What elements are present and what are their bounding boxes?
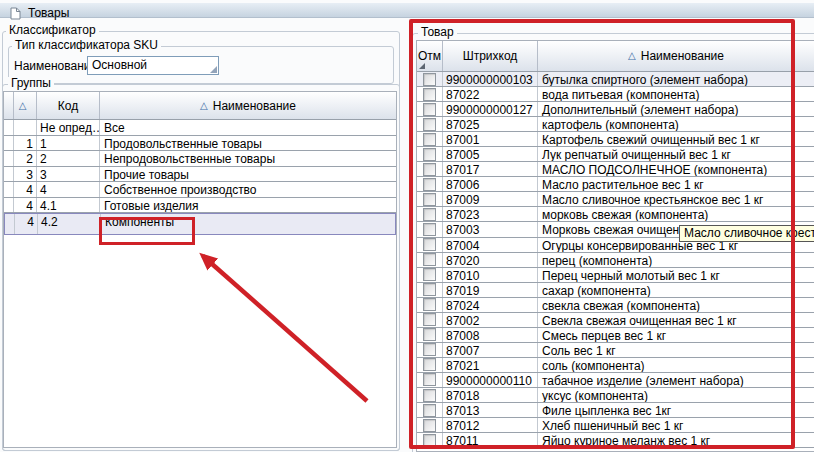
- app-window: Товары Классификатор Тип классификатора …: [0, 0, 814, 452]
- group-row-number: 4: [15, 214, 38, 234]
- document-icon: [10, 7, 21, 23]
- name-field-label: Наименование: [14, 59, 97, 73]
- group-row[interactable]: 2 2 Непродовольственные товары: [4, 151, 396, 167]
- group-row-number: 3: [14, 167, 37, 182]
- groups-header-sort[interactable]: △: [14, 92, 37, 119]
- groups-header-name[interactable]: △ Наименование: [100, 92, 396, 119]
- group-row-number: [14, 120, 37, 135]
- group-row-name: Все: [100, 120, 396, 135]
- group-row-number: 1: [14, 136, 37, 151]
- sort-asc-icon: △: [200, 101, 208, 111]
- sort-asc-icon: △: [19, 101, 27, 111]
- groups-table: △ Код △ Наименование Не опред… Все: [3, 91, 397, 448]
- annotation-rectangle-products: [409, 19, 795, 449]
- group-row-name: Продовольственные товары: [100, 136, 396, 151]
- group-row[interactable]: 3 3 Прочие товары: [4, 167, 396, 183]
- input-corner-grip-icon[interactable]: [210, 66, 217, 73]
- group-row-indicator: [4, 182, 14, 197]
- group-row[interactable]: 4 4.2 Компоненты: [4, 213, 396, 235]
- classifier-name-input[interactable]: Основной: [87, 56, 219, 75]
- tab-goods[interactable]: Товары: [28, 6, 69, 20]
- group-row[interactable]: 4 4.1 Готовые изделия: [4, 198, 396, 214]
- group-row-name: Непродовольственные товары: [100, 151, 396, 166]
- group-row-indicator: [4, 198, 14, 213]
- group-row-number: 4: [14, 198, 37, 213]
- group-row-code: Не опред…: [37, 120, 100, 135]
- group-row-code: 4.2: [38, 214, 101, 234]
- group-row-name: Готовые изделия: [100, 198, 396, 213]
- classifier-label: Классификатор: [6, 24, 99, 37]
- groups-header-name-label: Наименование: [213, 99, 296, 113]
- group-row-code: 4.1: [37, 198, 100, 213]
- group-row-code: 4: [37, 182, 100, 197]
- groups-header-indicator: [4, 92, 14, 119]
- group-row-code: 3: [37, 167, 100, 182]
- group-row-indicator: [4, 151, 14, 166]
- group-row-indicator: [4, 120, 14, 135]
- top-tab-bar: Товары: [0, 3, 814, 18]
- classifier-name-value: Основной: [92, 58, 147, 72]
- groups-header-code-label: Код: [58, 99, 78, 113]
- group-row-number: 2: [14, 151, 37, 166]
- group-row[interactable]: 1 1 Продовольственные товары: [4, 136, 396, 152]
- group-row-code: 1: [37, 136, 100, 151]
- groups-table-header: △ Код △ Наименование: [4, 92, 396, 120]
- group-row-indicator: [4, 136, 14, 151]
- group-row-number: 4: [14, 182, 37, 197]
- classifier-type-label: Тип классификатора SKU: [12, 39, 161, 52]
- group-row[interactable]: 4 4 Собственное производство: [4, 182, 396, 198]
- groups-table-body: Не опред… Все 1 1 Продовольственные това…: [4, 120, 396, 235]
- group-row-code: 2: [37, 151, 100, 166]
- group-row-name: Собственное производство: [100, 182, 396, 197]
- group-row[interactable]: Не опред… Все: [4, 120, 396, 136]
- groups-header-code[interactable]: Код: [37, 92, 100, 119]
- group-row-indicator: [5, 214, 15, 234]
- group-row-name: Прочие товары: [100, 167, 396, 182]
- annotation-rectangle-components: [99, 217, 195, 245]
- groups-label: Группы: [8, 77, 54, 90]
- group-row-indicator: [4, 167, 14, 182]
